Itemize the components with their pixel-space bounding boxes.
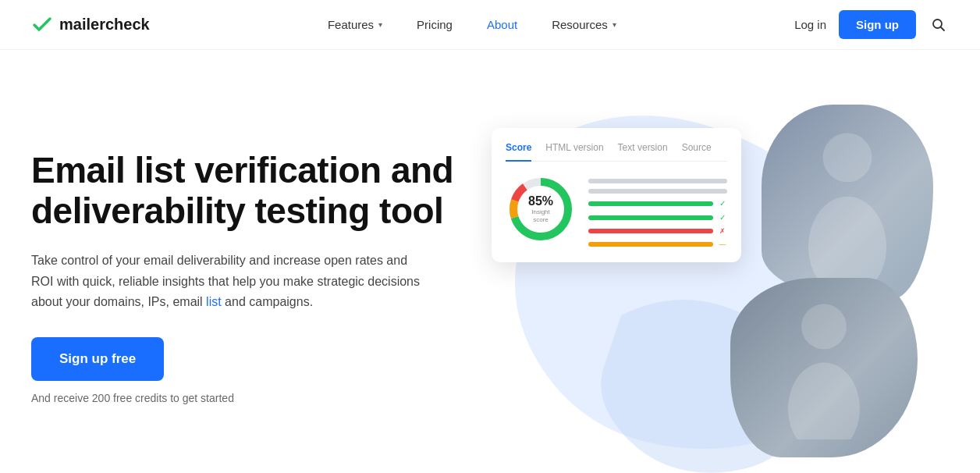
chevron-down-icon-resources: ▾ <box>612 20 616 29</box>
hero-left: Email list verification and deliverabili… <box>31 150 468 405</box>
nav-item-resources[interactable]: Resources ▾ <box>534 18 634 31</box>
hero-right: Score HTML version Text version Source <box>468 81 949 473</box>
list-item <box>588 189 727 194</box>
card-content: 85% Insight score ✓ <box>506 174 727 248</box>
nav-link-features[interactable]: Features ▾ <box>311 18 399 31</box>
cross-icon: ✗ <box>718 227 727 235</box>
warning-icon: — <box>718 240 727 248</box>
list-item: — <box>588 240 727 248</box>
credits-text: And receive 200 free credits to get star… <box>31 392 468 404</box>
nav-item-about[interactable]: About <box>470 18 534 31</box>
tab-source[interactable]: Source <box>682 142 712 153</box>
svg-point-0 <box>933 20 942 28</box>
donut-chart: 85% Insight score <box>506 174 576 244</box>
svg-point-5 <box>823 133 872 182</box>
check-icon: ✓ <box>718 213 727 222</box>
chevron-down-icon: ▾ <box>378 20 382 29</box>
svg-point-6 <box>808 197 886 280</box>
signup-button[interactable]: Sign up <box>839 10 916 39</box>
navbar: mailercheck Features ▾ Pricing About Res… <box>0 0 980 50</box>
card-tabs: Score HTML version Text version Source <box>506 142 727 162</box>
tab-html-version[interactable]: HTML version <box>545 142 603 153</box>
person-woman-silhouette <box>749 296 899 439</box>
nav-item-features[interactable]: Features ▾ <box>311 18 399 31</box>
card-lines: ✓ ✓ ✗ — <box>588 174 727 248</box>
svg-point-7 <box>801 304 847 350</box>
donut-label: 85% Insight score <box>524 194 559 223</box>
search-icon <box>932 18 946 32</box>
score-percent: 85% <box>528 194 553 208</box>
nav-link-resources[interactable]: Resources ▾ <box>534 18 634 31</box>
woman-placeholder <box>730 278 918 457</box>
tab-text-version[interactable]: Text version <box>618 142 668 153</box>
dashboard-card: Score HTML version Text version Source <box>492 128 741 262</box>
check-icon: ✓ <box>718 199 727 208</box>
mailercheck-logo-icon <box>31 16 53 34</box>
hero-description: Take control of your email deliverabilit… <box>31 251 421 312</box>
logo-text: mailercheck <box>59 16 150 34</box>
hero-section: Email list verification and deliverabili… <box>0 50 980 473</box>
nav-link-about[interactable]: About <box>470 18 534 31</box>
nav-actions: Log in Sign up <box>794 10 949 39</box>
logo[interactable]: mailercheck <box>31 16 150 34</box>
search-button[interactable] <box>929 15 949 35</box>
svg-point-8 <box>788 362 860 439</box>
tab-score[interactable]: Score <box>506 142 531 162</box>
signup-free-button[interactable]: Sign up free <box>31 337 164 381</box>
login-button[interactable]: Log in <box>794 18 826 31</box>
person-man-silhouette <box>779 124 916 280</box>
score-subtitle: Insight score <box>524 208 559 223</box>
photo-man <box>762 105 933 300</box>
man-placeholder <box>762 105 933 300</box>
nav-link-pricing[interactable]: Pricing <box>399 18 470 31</box>
list-item: ✗ <box>588 227 727 235</box>
list-link[interactable]: list <box>206 295 222 308</box>
nav-item-pricing[interactable]: Pricing <box>399 18 470 31</box>
photo-woman <box>730 278 918 457</box>
nav-links: Features ▾ Pricing About Resources ▾ <box>311 18 634 31</box>
hero-title: Email list verification and deliverabili… <box>31 150 468 233</box>
list-item: ✓ <box>588 199 727 208</box>
list-item <box>588 179 727 183</box>
list-item: ✓ <box>588 213 727 222</box>
